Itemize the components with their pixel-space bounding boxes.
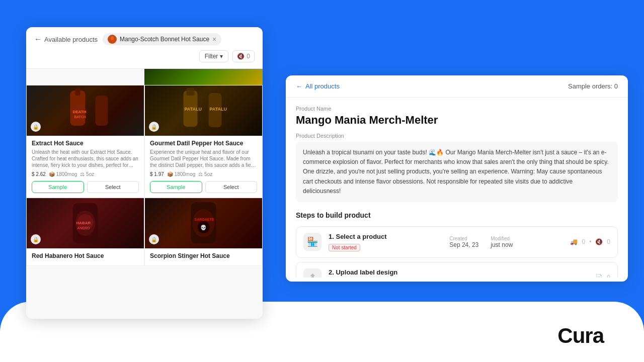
- filter-chevron-icon: ▾: [220, 53, 223, 60]
- product-info-extract: Extract Hot Sauce Unleash the heat with …: [27, 136, 144, 197]
- sample-orders-info: Sample orders: 0: [568, 82, 618, 90]
- created-date-item: Created Sep 24, 23: [449, 236, 478, 248]
- tab-label: Mango-Scotch Bonnet Hot Sauce: [120, 36, 209, 43]
- right-panel-content: Product Name Mango Mania Merch-Melter Pr…: [286, 98, 628, 278]
- extract-select-button[interactable]: Select: [87, 181, 139, 193]
- product-card-extract: DEATH BATCH 🔒 Extract Hot Sauce Unleash …: [26, 85, 144, 198]
- sauce-icon: [109, 36, 116, 43]
- extract-price: $ 2.62: [32, 171, 46, 177]
- modified-date-item: Modified just now: [491, 236, 513, 248]
- svg-text:BATCH: BATCH: [74, 115, 86, 119]
- products-grid: DEATH BATCH 🔒 Extract Hot Sauce Unleash …: [26, 85, 263, 266]
- product-info-datil: Gourmet Datil Pepper Hot Sauce Experienc…: [145, 136, 262, 197]
- datil-select-button[interactable]: Select: [205, 181, 258, 193]
- step-upload-info: 2. Upload label design Not started: [329, 268, 588, 278]
- svg-text:PATALU: PATALU: [185, 107, 202, 112]
- step-upload-icon: ⬆: [303, 268, 321, 278]
- lock-icon-extract: 🔒: [31, 122, 41, 132]
- product-desc-label: Product Description: [296, 133, 618, 139]
- dot-sep: •: [589, 238, 591, 245]
- datil-price: $ 1.97: [150, 171, 164, 177]
- filter-button[interactable]: Filter ▾: [199, 50, 229, 62]
- cura-logo: Cura: [557, 324, 604, 348]
- step-upload-right: 📄 0: [595, 274, 610, 278]
- tab-close-button[interactable]: ×: [212, 36, 216, 43]
- product-name-label: Product Name: [296, 106, 618, 112]
- datil-actions: Sample Select: [150, 181, 257, 193]
- back-arrow-right-icon: ←: [296, 82, 302, 90]
- product-card-datil: PATALU PATALU 🔒 Gourmet Datil Pepper Hot…: [144, 85, 263, 198]
- extract-product-meta: $ 2.62 📦 1800mog ⚖ 5oz: [32, 171, 139, 177]
- svg-text:💀: 💀: [200, 224, 207, 231]
- scorpion-product-name: Scorpion Stinger Hot Sauce: [150, 252, 257, 259]
- step-select-right: 🚚 0 • 🔇 0: [570, 238, 610, 245]
- extract-actions: Sample Select: [32, 181, 139, 193]
- lock-icon-scorpion: 🔒: [149, 234, 159, 244]
- extract-bottle-illustration: DEATH BATCH: [27, 85, 144, 136]
- datil-sample-button[interactable]: Sample: [150, 181, 202, 193]
- product-description-text: Unleash a tropical tsunami on your taste…: [303, 149, 609, 195]
- habanero-product-name: Red Habanero Hot Sauce: [32, 252, 139, 259]
- steps-title: Steps to build product: [296, 211, 618, 219]
- mango-partial-image: [144, 69, 263, 85]
- muted-icon: 🔇: [237, 53, 245, 60]
- left-panel-header: ← Available products Mango-Scotch Bonnet…: [26, 27, 263, 69]
- extract-weight: 📦 1800mog: [49, 171, 77, 177]
- filter-label: Filter: [205, 53, 218, 60]
- header-right: Filter ▾ 🔇 0: [199, 50, 255, 62]
- product-info-habanero: Red Habanero Hot Sauce: [27, 248, 144, 265]
- step-select-title: 1. Select a product: [329, 233, 442, 240]
- muted-count: 0: [247, 53, 250, 60]
- product-title: Mango Mania Merch-Melter: [296, 114, 618, 127]
- all-products-label: All products: [305, 82, 340, 90]
- extract-size: ⚖ 5oz: [80, 171, 94, 177]
- datil-size: ⚖ 5oz: [198, 171, 212, 177]
- product-image-habanero: HABAR ANERO 🔒: [27, 198, 144, 248]
- datil-bottle-illustration: PATALU PATALU: [145, 85, 262, 136]
- product-image-extract: DEATH BATCH 🔒: [27, 85, 144, 136]
- step-select-count2: 0: [607, 238, 610, 245]
- product-card-scorpion: SARGAETE 💀 🔒 Scorpion Stinger Hot Sauce: [144, 198, 263, 266]
- extract-sample-button[interactable]: Sample: [32, 181, 84, 193]
- back-button[interactable]: ← Available products: [34, 35, 98, 44]
- svg-rect-2: [70, 90, 86, 126]
- active-tab-pill[interactable]: Mango-Scotch Bonnet Hot Sauce ×: [103, 33, 221, 45]
- extract-product-desc: Unleash the heat with our Extract Hot Sa…: [32, 149, 139, 168]
- step-select-truck-icon: 🚚: [570, 238, 578, 245]
- svg-text:ANERO: ANERO: [77, 226, 90, 230]
- left-panel: ← Available products Mango-Scotch Bonnet…: [26, 27, 263, 319]
- created-label: Created: [449, 236, 478, 241]
- svg-text:HABAR: HABAR: [76, 221, 91, 225]
- product-image-scorpion: SARGAETE 💀 🔒: [145, 198, 262, 248]
- step-upload-count: 0: [607, 274, 610, 278]
- modified-value: just now: [491, 241, 513, 248]
- sample-orders-count: 0: [614, 82, 618, 90]
- step-row-upload: ⬆ 2. Upload label design Not started 📄 0: [296, 262, 618, 278]
- all-products-back-button[interactable]: ← All products: [296, 82, 340, 90]
- muted-badge: 🔇 0: [232, 50, 255, 62]
- svg-rect-3: [75, 88, 80, 96]
- created-value: Sep 24, 23: [449, 241, 478, 248]
- step-select-status: Not started: [329, 244, 360, 251]
- scorpion-bottle-illustration: SARGAETE 💀: [145, 198, 262, 248]
- right-panel-header: ← All products Sample orders: 0: [286, 75, 628, 98]
- back-arrow-icon: ←: [34, 35, 42, 44]
- datil-product-meta: $ 1.97 📦 1800mog ⚖ 5oz: [150, 171, 257, 177]
- habanero-bottle-illustration: HABAR ANERO: [27, 198, 144, 248]
- svg-rect-8: [187, 88, 195, 96]
- svg-text:DEATH: DEATH: [73, 110, 87, 114]
- available-products-label: Available products: [44, 36, 98, 43]
- tab-pill-icon: [108, 35, 117, 44]
- step-select-icon: 🏪: [303, 233, 321, 251]
- datil-weight: 📦 1800mog: [167, 171, 195, 177]
- step-select-muted-icon: 🔇: [595, 238, 603, 245]
- right-panel: ← All products Sample orders: 0 Product …: [286, 75, 628, 282]
- step-upload-doc-icon: 📄: [595, 274, 603, 278]
- extract-product-name: Extract Hot Sauce: [32, 140, 139, 147]
- step-select-count1: 0: [582, 238, 585, 245]
- lock-icon-datil: 🔒: [149, 122, 159, 132]
- modified-label: Modified: [491, 236, 513, 241]
- svg-text:PATALU: PATALU: [210, 107, 227, 112]
- lock-icon-habanero: 🔒: [31, 234, 41, 244]
- step-select-info: 1. Select a product Not started: [329, 233, 442, 251]
